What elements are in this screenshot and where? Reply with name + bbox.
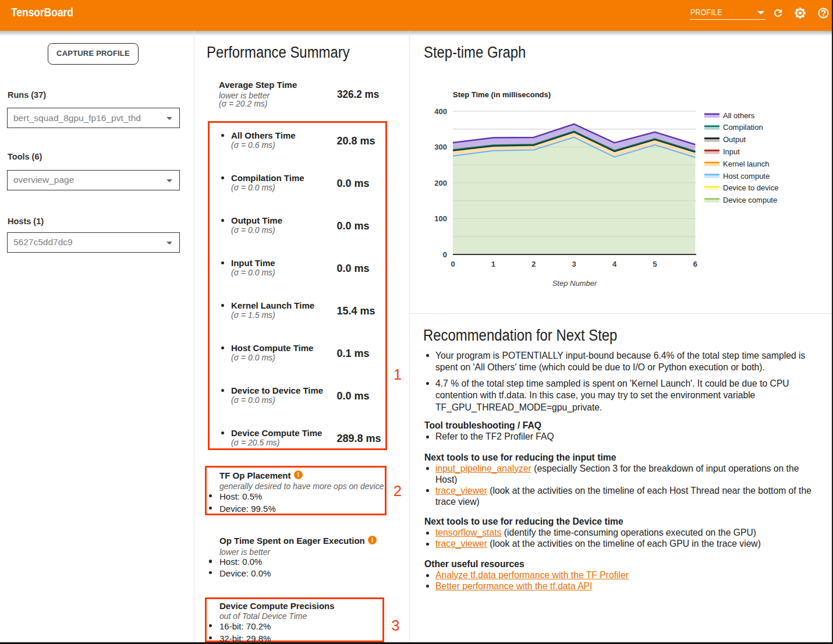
svg-text:Compilation: Compilation [723,123,763,132]
svg-text:1: 1 [491,260,495,268]
svg-text:Output: Output [723,135,746,144]
svg-text:5: 5 [653,260,657,268]
svg-text:Device to device: Device to device [723,183,778,192]
svg-text:0: 0 [451,260,455,268]
svg-text:2: 2 [531,260,536,268]
svg-text:Device compute: Device compute [723,196,777,204]
svg-text:4: 4 [612,260,617,268]
svg-text:Step Time (in milliseconds): Step Time (in milliseconds) [453,90,551,99]
svg-text:0: 0 [443,250,447,259]
svg-text:Step Number: Step Number [552,279,597,288]
svg-text:400: 400 [434,107,447,116]
svg-text:Host compute: Host compute [723,172,770,181]
svg-text:Input: Input [723,147,740,156]
svg-text:300: 300 [434,143,447,151]
svg-text:All others: All others [723,111,755,120]
svg-text:Kernel launch: Kernel launch [723,160,770,168]
svg-text:200: 200 [434,179,447,187]
svg-text:3: 3 [572,260,576,268]
svg-text:6: 6 [693,260,697,268]
svg-text:100: 100 [434,214,447,223]
